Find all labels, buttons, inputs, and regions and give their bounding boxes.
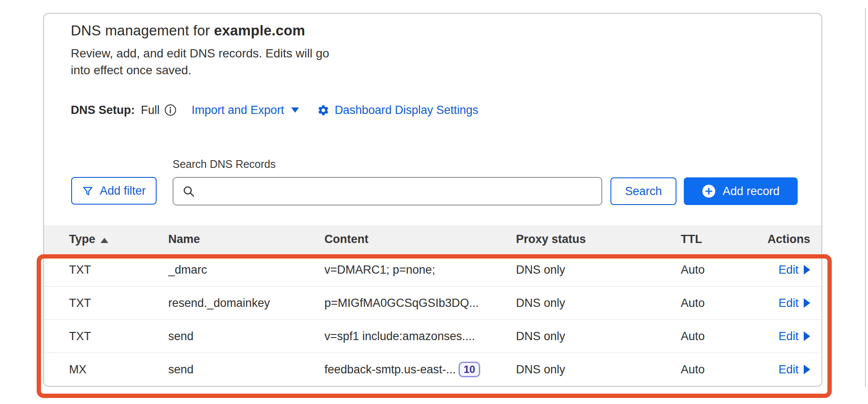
dns-setup-row: DNS Setup: Full Import and Export Dashbo: [71, 102, 478, 118]
info-circle-icon[interactable]: [164, 104, 177, 117]
dns-management-page: DNS management for example.com Review, a…: [0, 0, 868, 404]
sort-ascending-icon: [101, 238, 108, 243]
import-export-label: Import and Export: [192, 104, 284, 117]
gear-icon: [317, 104, 330, 117]
search-icon: [182, 185, 195, 198]
edit-record-button[interactable]: Edit: [778, 363, 799, 376]
cell-name: send: [168, 363, 324, 376]
cell-content: p=MIGfMA0GCSqGSIb3DQ...: [324, 297, 516, 310]
edit-record-button[interactable]: Edit: [778, 297, 799, 310]
cell-proxy-status: DNS only: [516, 263, 681, 277]
cell-proxy-status: DNS only: [516, 330, 681, 343]
plus-circle-icon: [702, 184, 716, 198]
chevron-right-icon: [804, 331, 810, 341]
page-title-prefix: DNS management for: [71, 22, 214, 38]
cell-name: resend._domainkey: [168, 297, 324, 310]
cell-actions: Edit: [760, 330, 810, 343]
add-record-button[interactable]: Add record: [684, 177, 798, 205]
search-input-wrapper: [173, 177, 602, 205]
add-filter-label: Add filter: [100, 184, 146, 198]
cell-actions: Edit: [760, 363, 810, 376]
search-button-label: Search: [625, 185, 662, 198]
column-header-ttl[interactable]: TTL: [681, 233, 760, 246]
dns-setup-label: DNS Setup:: [71, 104, 135, 117]
cell-ttl: Auto: [681, 263, 760, 277]
cell-actions: Edit: [760, 263, 810, 277]
page-subtitle: Review, add, and edit DNS records. Edits…: [71, 45, 349, 79]
chevron-right-icon: [804, 298, 810, 308]
column-header-name[interactable]: Name: [168, 233, 324, 246]
cell-content: feedback-smtp.us-east-... 10: [324, 362, 516, 377]
cell-ttl: Auto: [681, 363, 760, 376]
page-title-domain: example.com: [214, 22, 305, 38]
import-export-dropdown[interactable]: Import and Export: [192, 104, 299, 117]
table-row: MX send feedback-smtp.us-east-... 10 DNS…: [44, 353, 821, 386]
search-dns-records-label: Search DNS Records: [173, 158, 276, 170]
search-input[interactable]: [201, 178, 601, 205]
cell-ttl: Auto: [681, 330, 760, 343]
cell-type: MX: [69, 363, 168, 376]
column-header-content[interactable]: Content: [324, 233, 516, 246]
dashboard-display-settings-link[interactable]: Dashboard Display Settings: [335, 104, 478, 117]
column-header-proxy-status[interactable]: Proxy status: [516, 233, 681, 246]
cell-proxy-status: DNS only: [516, 297, 681, 310]
cell-proxy-status: DNS only: [516, 363, 681, 376]
dashboard-settings-label: Dashboard Display Settings: [335, 104, 478, 117]
cell-ttl: Auto: [681, 297, 760, 310]
table-header-row: Type Name Content Proxy status TTL Actio…: [44, 225, 821, 253]
table-row: TXT _dmarc v=DMARC1; p=none; DNS only Au…: [44, 253, 821, 286]
filter-funnel-icon: [82, 185, 94, 197]
mx-priority-badge: 10: [459, 362, 481, 377]
edit-record-button[interactable]: Edit: [778, 330, 799, 343]
add-record-label: Add record: [723, 185, 780, 198]
page-title: DNS management for example.com: [71, 22, 305, 39]
cell-name: _dmarc: [168, 263, 324, 277]
cell-actions: Edit: [760, 297, 810, 310]
column-header-type[interactable]: Type: [69, 233, 168, 246]
chevron-right-icon: [804, 365, 810, 374]
page-edge-divider: [865, 8, 866, 387]
dns-setup-value: Full: [141, 104, 160, 117]
table-row: TXT resend._domainkey p=MIGfMA0GCSqGSIb3…: [44, 286, 821, 319]
cell-type: TXT: [69, 330, 168, 343]
dns-management-card: DNS management for example.com Review, a…: [43, 13, 822, 387]
cell-content: v=DMARC1; p=none;: [324, 263, 516, 277]
cell-content: v=spf1 include:amazonses....: [324, 330, 516, 343]
toolbar: Add filter Search: [44, 177, 821, 205]
column-header-actions: Actions: [760, 233, 810, 246]
chevron-down-icon: [291, 107, 299, 113]
chevron-right-icon: [804, 265, 810, 275]
dns-records-table-body: TXT _dmarc v=DMARC1; p=none; DNS only Au…: [44, 253, 821, 386]
cell-name: send: [168, 330, 324, 343]
cell-type: TXT: [69, 297, 168, 310]
add-filter-button[interactable]: Add filter: [71, 177, 157, 205]
edit-record-button[interactable]: Edit: [778, 263, 799, 277]
cell-type: TXT: [69, 263, 168, 277]
search-button[interactable]: Search: [610, 177, 676, 205]
table-row: TXT send v=spf1 include:amazonses.... DN…: [44, 319, 821, 353]
